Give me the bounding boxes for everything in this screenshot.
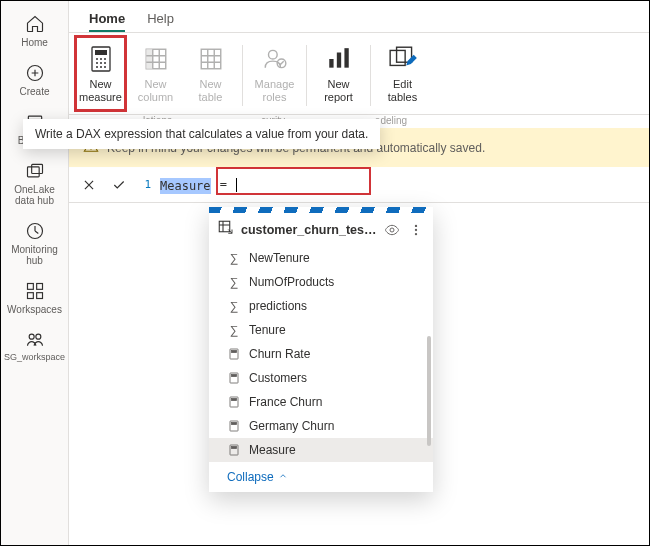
calculator-icon [227,395,241,409]
svg-point-15 [104,58,106,60]
workspace-icon [24,329,46,351]
collapse-button[interactable]: Collapse [209,462,433,492]
new-measure-button[interactable]: New measure [73,37,128,114]
ribbon-tabs: Home Help [69,1,649,33]
chart-icon [323,43,355,75]
field-item[interactable]: ∑NewTenure [209,246,433,270]
svg-rect-23 [146,49,153,69]
ribbon-label: New report [324,78,353,103]
field-item[interactable]: France Churn [209,390,433,414]
field-item[interactable]: Churn Rate [209,342,433,366]
sidebar-label: SG_workspace [4,353,65,363]
confirm-formula-button[interactable] [107,173,131,197]
svg-point-16 [96,62,98,64]
calculator-icon [227,443,241,457]
table-icon [217,219,235,240]
svg-point-9 [29,334,34,339]
svg-rect-40 [232,375,237,377]
svg-rect-32 [219,221,230,232]
field-item[interactable]: ∑predictions [209,294,433,318]
svg-rect-24 [201,49,221,69]
calculator-icon [85,43,117,75]
sum-icon: ∑ [227,299,241,313]
column-icon [140,43,172,75]
svg-point-19 [96,66,98,68]
svg-point-34 [415,224,417,226]
svg-point-21 [104,66,106,68]
roles-icon [259,43,291,75]
sidebar-label: Monitoring hub [11,244,58,266]
svg-rect-3 [31,164,42,173]
calculator-icon [227,371,241,385]
tooltip: Write a DAX expression that calculates a… [23,119,380,149]
sum-icon: ∑ [227,323,241,337]
field-list: ∑NewTenure ∑NumOfProducts ∑predictions ∑… [209,246,433,462]
svg-rect-6 [36,284,42,290]
table-icon [195,43,227,75]
sidebar-label: Create [19,86,49,97]
field-item[interactable]: Germany Churn [209,414,433,438]
svg-point-35 [415,228,417,230]
svg-rect-5 [27,284,33,290]
calculator-icon [227,347,241,361]
fields-card: customer_churn_test_... ∑NewTenure ∑NumO… [209,207,433,492]
svg-point-25 [268,50,277,59]
svg-rect-42 [232,399,237,401]
ribbon-label: Edit tables [388,78,417,103]
formula-input-wrap[interactable]: Measure Measure = [157,176,242,193]
svg-point-14 [100,58,102,60]
new-report-button[interactable]: New report [311,37,366,114]
svg-point-18 [104,62,106,64]
svg-rect-27 [329,59,333,68]
visibility-icon[interactable] [383,221,401,239]
home-icon [24,13,46,35]
svg-rect-30 [390,50,405,65]
new-table-button: New table [183,37,238,114]
edit-tables-icon [387,43,419,75]
svg-rect-28 [336,53,340,68]
tab-home[interactable]: Home [89,11,125,32]
edit-tables-button[interactable]: Edit tables [375,37,430,114]
sidebar-item-create[interactable]: Create [7,56,63,105]
formula-input: Measure = [159,175,240,193]
svg-rect-7 [27,293,33,299]
calculator-icon [227,419,241,433]
ribbon-label: New measure [79,78,122,103]
svg-point-10 [35,334,40,339]
sidebar-label: Home [21,37,48,48]
formula-bar: 1 Measure Measure = [69,167,649,203]
svg-point-13 [96,58,98,60]
sidebar-item-workspaces[interactable]: Workspaces [7,274,63,323]
field-item[interactable]: ∑NumOfProducts [209,270,433,294]
onelake-icon [24,160,46,182]
left-sidebar: Home Create Browse OneLake data hub Moni… [1,1,69,545]
plus-circle-icon [24,62,46,84]
ribbon-label: New column [138,78,173,103]
monitoring-icon [24,220,46,242]
field-item-selected[interactable]: Measure [209,438,433,462]
more-icon[interactable] [407,221,425,239]
svg-point-36 [415,232,417,234]
sidebar-label: OneLake data hub [14,184,55,206]
svg-rect-46 [232,447,237,449]
sidebar-item-onelake[interactable]: OneLake data hub [7,154,63,214]
field-item[interactable]: Customers [209,366,433,390]
sum-icon: ∑ [227,275,241,289]
tab-help[interactable]: Help [147,11,174,32]
sidebar-item-monitoring[interactable]: Monitoring hub [7,214,63,274]
sidebar-item-home[interactable]: Home [7,7,63,56]
new-column-button: New column [128,37,183,114]
manage-roles-button: Manage roles [247,37,302,114]
svg-rect-29 [344,48,348,67]
sum-icon: ∑ [227,251,241,265]
field-item[interactable]: ∑Tenure [209,318,433,342]
ribbon-label: New table [199,78,223,103]
svg-point-33 [390,228,394,232]
sidebar-item-sg-workspace[interactable]: SG_workspace [7,323,63,371]
svg-rect-12 [95,50,107,55]
scrollbar[interactable] [427,336,431,446]
workspaces-icon [24,280,46,302]
cancel-formula-button[interactable] [77,173,101,197]
chevron-up-icon [278,470,288,484]
ribbon-label: Manage roles [255,78,295,103]
